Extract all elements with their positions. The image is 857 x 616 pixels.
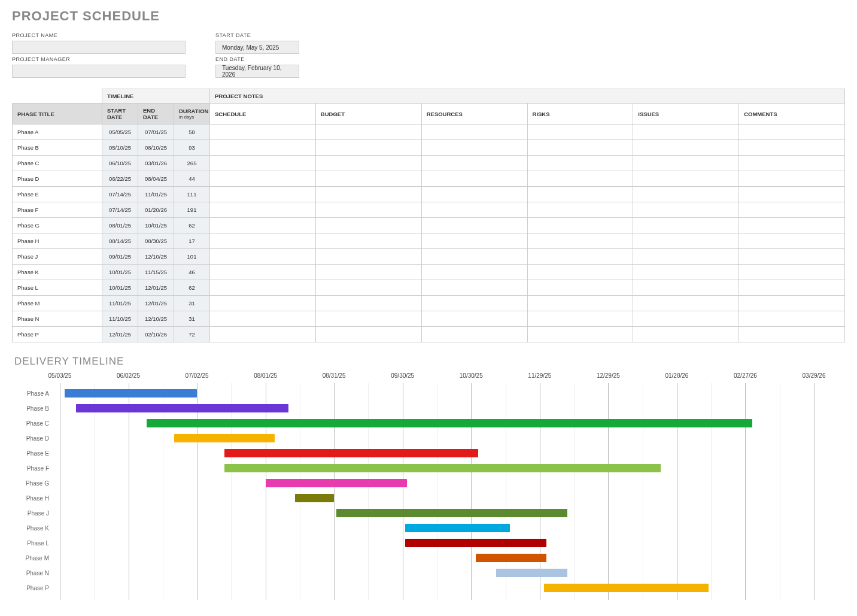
gantt-bar <box>295 494 334 502</box>
issues-header: ISSUES <box>633 104 739 125</box>
x-tick: 01/28/26 <box>665 372 688 379</box>
x-tick: 11/29/25 <box>528 372 551 379</box>
table-row: Phase F07/14/2501/20/26191 <box>13 202 845 218</box>
table-row: Phase H08/14/2508/30/2517 <box>13 233 845 249</box>
duration-cell: 93 <box>174 140 210 156</box>
meta-block: PROJECT NAME PROJECT MANAGER START DATE … <box>12 32 845 78</box>
y-label: Phase H <box>12 495 54 502</box>
budget-header: BUDGET <box>315 104 421 125</box>
phase-cell: Phase B <box>13 140 102 156</box>
schedule-table: TIMELINE PROJECT NOTES PHASE TITLE START… <box>12 89 845 342</box>
start-cell: 10/01/25 <box>102 280 138 296</box>
x-tick: 08/01/25 <box>254 372 277 379</box>
y-label: Phase D <box>12 435 54 442</box>
phase-cell: Phase P <box>13 327 102 342</box>
duration-cell: 72 <box>174 327 210 342</box>
x-tick: 08/31/25 <box>323 372 346 379</box>
start-cell: 05/05/25 <box>102 125 138 140</box>
end-cell: 11/15/25 <box>138 265 174 280</box>
end-date-label: END DATE <box>215 56 299 62</box>
start-date-label: START DATE <box>215 32 299 38</box>
duration-cell: 44 <box>174 171 210 187</box>
start-cell: 10/01/25 <box>102 265 138 280</box>
duration-cell: 111 <box>174 187 210 202</box>
phase-cell: Phase J <box>13 249 102 265</box>
project-name-label: PROJECT NAME <box>12 32 186 38</box>
phase-cell: Phase G <box>13 218 102 233</box>
x-tick: 02/27/26 <box>734 372 757 379</box>
start-cell: 08/01/25 <box>102 218 138 233</box>
end-cell: 12/01/25 <box>138 296 174 311</box>
project-notes-header: PROJECT NOTES <box>210 89 845 104</box>
duration-cell: 46 <box>174 265 210 280</box>
gantt-bar <box>476 554 546 562</box>
phase-cell: Phase D <box>13 171 102 187</box>
phase-cell: Phase N <box>13 311 102 327</box>
x-tick: 06/02/25 <box>117 372 140 379</box>
phase-cell: Phase H <box>13 233 102 249</box>
phase-cell: Phase C <box>13 156 102 171</box>
table-row: Phase A05/05/2507/01/2558 <box>13 125 845 140</box>
table-row: Phase D06/22/2508/04/2544 <box>13 171 845 187</box>
end-cell: 10/01/25 <box>138 218 174 233</box>
y-label: Phase A <box>12 390 54 397</box>
gantt-bar <box>76 404 288 412</box>
table-row: Phase C06/10/2503/01/26265 <box>13 156 845 171</box>
table-row: Phase L10/01/2512/01/2562 <box>13 280 845 296</box>
phase-cell: Phase K <box>13 265 102 280</box>
phase-cell: Phase M <box>13 296 102 311</box>
resources-header: RESOURCES <box>421 104 527 125</box>
end-cell: 01/20/26 <box>138 202 174 218</box>
x-tick: 03/29/26 <box>803 372 826 379</box>
table-row: Phase B05/10/2508/10/2593 <box>13 140 845 156</box>
table-row: Phase K10/01/2511/15/2546 <box>13 265 845 280</box>
timeline-header: TIMELINE <box>102 89 210 104</box>
end-cell: 12/01/25 <box>138 280 174 296</box>
end-cell: 03/01/26 <box>138 156 174 171</box>
x-tick: 12/29/25 <box>597 372 620 379</box>
end-cell: 11/01/25 <box>138 187 174 202</box>
y-label: Phase L <box>12 540 54 547</box>
project-manager-input[interactable] <box>12 65 186 78</box>
duration-cell: 31 <box>174 311 210 327</box>
end-cell: 02/10/26 <box>138 327 174 342</box>
gantt-bar <box>336 509 567 517</box>
x-tick: 09/30/25 <box>391 372 414 379</box>
y-label: Phase E <box>12 450 54 457</box>
start-cell: 07/14/25 <box>102 187 138 202</box>
gantt-bar <box>147 419 752 427</box>
duration-cell: 17 <box>174 233 210 249</box>
x-tick: 05/03/25 <box>48 372 72 379</box>
end-cell: 08/04/25 <box>138 171 174 187</box>
duration-cell: 265 <box>174 156 210 171</box>
gantt-chart: 05/03/2506/02/2507/02/2508/01/2508/31/25… <box>12 372 845 612</box>
end-cell: 08/30/25 <box>138 233 174 249</box>
end-date-header: END DATE <box>138 104 174 125</box>
duration-cell: 62 <box>174 280 210 296</box>
y-label: Phase B <box>12 405 54 412</box>
gantt-bar <box>174 434 275 442</box>
start-cell: 06/10/25 <box>102 156 138 171</box>
x-tick: 10/30/25 <box>460 372 483 379</box>
delivery-timeline-title: DELIVERY TIMELINE <box>14 356 845 368</box>
gantt-bar <box>405 539 547 547</box>
y-label: Phase N <box>12 570 54 576</box>
phase-title-header: PHASE TITLE <box>13 104 102 125</box>
phase-cell: Phase E <box>13 187 102 202</box>
gantt-bar <box>224 464 661 472</box>
duration-cell: 58 <box>174 125 210 140</box>
gantt-bar <box>496 569 567 577</box>
end-cell: 08/10/25 <box>138 140 174 156</box>
phase-cell: Phase A <box>13 125 102 140</box>
project-manager-label: PROJECT MANAGER <box>12 56 186 62</box>
y-label: Phase M <box>12 555 54 562</box>
gantt-bar <box>405 524 510 532</box>
x-tick: 07/02/25 <box>186 372 209 379</box>
y-label: Phase G <box>12 480 54 487</box>
y-label: Phase P <box>12 585 54 591</box>
project-name-input[interactable] <box>12 41 186 54</box>
gantt-bar <box>266 479 408 487</box>
end-cell: 07/01/25 <box>138 125 174 140</box>
start-cell: 05/10/25 <box>102 140 138 156</box>
gantt-bar <box>544 584 709 592</box>
